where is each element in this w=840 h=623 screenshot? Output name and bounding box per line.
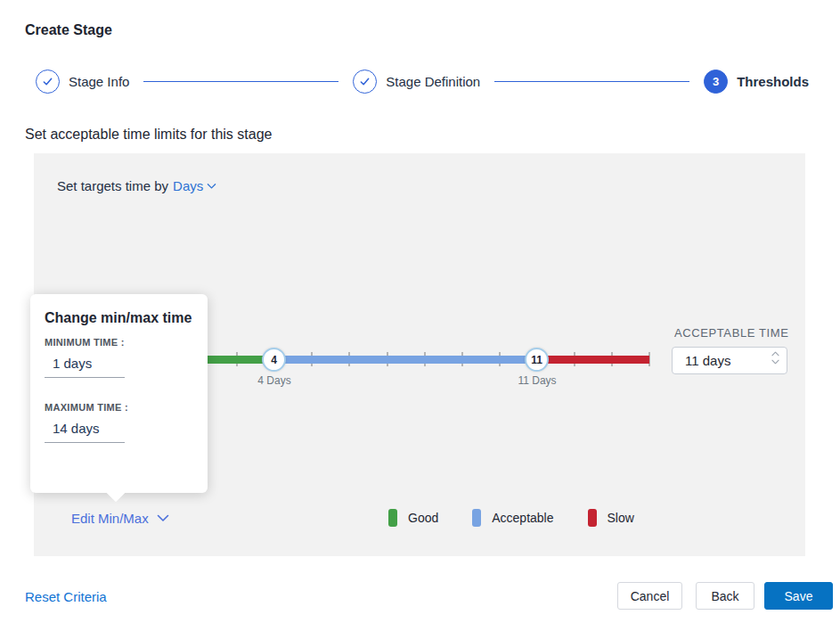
slider-handle-min-label: 4 Days (239, 374, 310, 387)
acceptable-time-label: ACCEPTABLE TIME (674, 326, 788, 340)
legend-item-slow: Slow (588, 509, 634, 527)
time-unit-dropdown[interactable]: Days (173, 178, 216, 193)
time-unit-value: Days (173, 178, 203, 193)
step-connector (494, 81, 689, 82)
chevron-down-icon (207, 183, 216, 190)
step-label: Stage Info (69, 74, 129, 89)
slider-handle-min[interactable]: 4 (262, 348, 286, 372)
step-stage-definition[interactable]: Stage Definition (353, 70, 480, 94)
step-connector (143, 81, 338, 82)
reset-criteria-link[interactable]: Reset Criteria (25, 589, 107, 604)
acceptable-swatch (472, 509, 481, 527)
chevron-down-icon (157, 514, 169, 522)
slow-swatch (588, 509, 597, 527)
legend-item-acceptable: Acceptable (472, 509, 553, 527)
step-label: Stage Definition (386, 74, 480, 89)
step-complete-circle (353, 70, 377, 94)
stepper-up-icon[interactable] (771, 351, 779, 357)
cancel-button[interactable]: Cancel (617, 582, 682, 610)
step-stage-info[interactable]: Stage Info (36, 70, 129, 94)
stepper-down-icon[interactable] (771, 359, 779, 365)
popover-title: Change min/max time (45, 310, 193, 326)
set-targets-label: Set targets time by (57, 178, 168, 193)
number-stepper (771, 351, 779, 365)
check-icon (42, 76, 53, 87)
edit-minmax-label: Edit Min/Max (71, 511, 149, 526)
acceptable-time-field (672, 347, 787, 374)
section-heading: Set acceptable time limits for this stag… (25, 127, 272, 143)
good-swatch (388, 509, 397, 527)
step-thresholds[interactable]: 3 Thresholds (704, 70, 809, 94)
save-button[interactable]: Save (764, 582, 833, 610)
slider-segment-slow (537, 356, 649, 364)
legend-label: Good (408, 511, 438, 525)
minimum-time-label: MINIMUM TIME : (45, 337, 193, 348)
threshold-legend: Good Acceptable Slow (388, 509, 634, 527)
legend-label: Slow (608, 511, 634, 525)
check-icon (359, 76, 371, 87)
step-complete-circle (36, 70, 60, 94)
step-number-circle: 3 (704, 70, 728, 94)
step-label: Thresholds (737, 74, 809, 89)
slider-handle-max-label: 11 Days (502, 374, 573, 387)
slider-handle-max[interactable]: 11 (525, 348, 549, 372)
spacer (45, 378, 193, 402)
set-targets-row: Set targets time by Days (57, 178, 216, 193)
back-button[interactable]: Back (696, 582, 754, 610)
slider-segment-acceptable (274, 356, 537, 364)
legend-label: Acceptable (492, 511, 553, 525)
change-minmax-popover: Change min/max time MINIMUM TIME : MAXIM… (30, 294, 208, 493)
wizard-stepper: Stage Info Stage Definition 3 Thresholds (36, 68, 809, 94)
edit-minmax-button[interactable]: Edit Min/Max (71, 511, 169, 526)
page-title: Create Stage (25, 22, 112, 38)
threshold-slider-track[interactable] (162, 356, 649, 364)
maximum-time-label: MAXIMUM TIME : (45, 402, 193, 413)
legend-item-good: Good (388, 509, 438, 527)
acceptable-time-input[interactable] (673, 348, 758, 373)
maximum-time-input[interactable] (45, 414, 125, 443)
minimum-time-input[interactable] (45, 349, 125, 378)
